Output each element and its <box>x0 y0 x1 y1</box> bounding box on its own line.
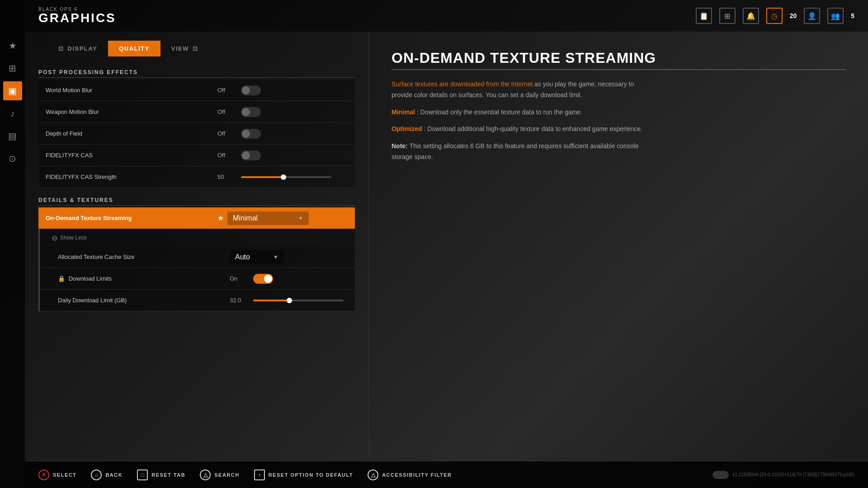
daily-download-limit-text: 32.0 <box>230 297 248 304</box>
sidebar-item-favorites[interactable]: ★ <box>3 36 22 55</box>
reset-tab-button-icon: □ <box>137 469 148 480</box>
detail-body: Surface textures are downloaded from the… <box>392 79 654 163</box>
sidebar-item-graphics[interactable]: ▣ <box>3 81 22 100</box>
world-motion-blur-text: Off <box>217 87 236 94</box>
weapon-motion-blur-knob <box>242 108 250 116</box>
on-demand-texture-dropdown[interactable]: Minimal ▼ <box>227 211 309 225</box>
download-limits-knob <box>264 275 272 283</box>
topbar-profile-icon[interactable]: 👤 <box>804 8 820 24</box>
back-button-icon: ○ <box>91 469 102 480</box>
lock-icon: 🔒 <box>58 275 65 282</box>
topbar-notification-badge: 20 <box>790 12 797 19</box>
detail-paragraph-1: Surface textures are downloaded from the… <box>392 79 654 101</box>
daily-download-limit-value: 32.0 <box>230 297 348 304</box>
select-button-icon: ✕ <box>38 469 49 480</box>
depth-of-field-toggle[interactable] <box>241 129 261 139</box>
allocated-texture-cache-text: Auto <box>235 253 250 261</box>
left-panel: ⊡ DISPLAY QUALITY VIEW ⊡ POST PROCESSING… <box>25 32 368 461</box>
detail-divider <box>392 69 845 70</box>
detail-paragraph-4: Note: This setting allocates 6 GB to thi… <box>392 141 654 163</box>
show-less-icon: ⊖ <box>52 234 57 242</box>
tab-navigation: ⊡ DISPLAY QUALITY VIEW ⊡ <box>38 41 355 56</box>
right-panel: On-Demand Texture Streaming Surface text… <box>368 32 868 461</box>
fidelityfx-cas-strength-thumb <box>281 174 286 180</box>
back-button-label: BACK <box>105 472 123 478</box>
allocated-texture-cache-label: Allocated Texture Cache Size <box>58 253 230 260</box>
detail-optimized-text: : Download additional high-quality textu… <box>424 125 642 132</box>
reset-option-action[interactable]: ▪ RESET OPTION TO DEFAULT <box>254 469 354 480</box>
search-button-icon: △ <box>200 469 211 480</box>
sidebar-item-interface[interactable]: ▤ <box>3 127 22 145</box>
detail-highlight-1: Surface textures are downloaded from the… <box>392 80 533 88</box>
topbar-notes-icon[interactable]: 📋 <box>696 8 712 24</box>
topbar-grid-icon[interactable]: ⊞ <box>719 8 736 24</box>
detail-note-label: Note: <box>392 142 408 150</box>
topbar-timer-icon[interactable]: ◷ <box>766 8 783 24</box>
detail-optimized-label: Optimized <box>392 125 422 132</box>
show-less-label: Show Less <box>60 235 87 241</box>
bottom-right: 11.22838944 [29-0:10235+114] Th [7300][1… <box>712 471 854 479</box>
tab-view[interactable]: VIEW ⊡ <box>160 41 209 56</box>
depth-of-field-row: Depth of Field Off <box>38 123 355 145</box>
detail-paragraph-3: Optimized : Download additional high-qua… <box>392 124 654 135</box>
topbar-bell-icon[interactable]: 🔔 <box>743 8 759 24</box>
show-less-row[interactable]: ⊖ Show Less <box>40 229 355 246</box>
world-motion-blur-knob <box>242 86 250 94</box>
fidelityfx-cas-strength-slider[interactable] <box>241 176 331 178</box>
fidelityfx-cas-toggle[interactable] <box>241 150 261 160</box>
accessibility-button-label: ACCESSIBILITY FILTER <box>382 472 452 478</box>
view-tab-icon: ⊡ <box>193 45 198 52</box>
world-motion-blur-toggle[interactable] <box>241 85 261 95</box>
accessibility-toggle[interactable] <box>712 471 729 479</box>
on-demand-texture-dropdown-text: Minimal <box>233 214 258 222</box>
allocated-texture-cache-dropdown[interactable]: Auto ▼ <box>230 250 284 264</box>
allocated-texture-cache-value: Auto ▼ <box>230 250 348 264</box>
world-motion-blur-value: Off <box>217 85 348 95</box>
download-limits-text: On <box>230 275 248 282</box>
post-processing-list: World Motion Blur Off Weapon Motion Blur… <box>38 80 355 188</box>
tab-display[interactable]: ⊡ DISPLAY <box>47 41 108 56</box>
on-demand-texture-dropdown-arrow: ▼ <box>298 215 303 221</box>
download-limits-value: On <box>230 274 348 284</box>
topbar-players-badge: 5 <box>851 12 854 19</box>
world-motion-blur-row: World Motion Blur Off <box>38 80 355 101</box>
select-button-label: SELECT <box>53 472 76 478</box>
bottom-bar: ✕ SELECT ○ BACK □ RESET TAB △ SEARCH ▪ R… <box>25 461 868 488</box>
back-action[interactable]: ○ BACK <box>91 469 123 480</box>
post-processing-header: POST PROCESSING EFFECTS <box>38 69 355 78</box>
select-action[interactable]: ✕ SELECT <box>38 469 76 480</box>
fidelityfx-cas-strength-value: 50 <box>217 174 348 180</box>
reset-tab-action[interactable]: □ RESET TAB <box>137 469 185 480</box>
sidebar-item-gamepad[interactable]: ⊞ <box>3 59 22 78</box>
weapon-motion-blur-label: Weapon Motion Blur <box>46 108 217 115</box>
fidelityfx-cas-label: FIDELITYFX CAS <box>46 152 217 159</box>
download-limits-toggle[interactable] <box>253 274 273 284</box>
weapon-motion-blur-value: Off <box>217 107 348 117</box>
on-demand-texture-label: On-Demand Texture Streaming <box>46 215 217 221</box>
weapon-motion-blur-text: Off <box>217 108 236 115</box>
sidebar-item-network[interactable]: ⊙ <box>3 149 22 168</box>
depth-of-field-text: Off <box>217 130 236 137</box>
detail-minimal-text: : Download only the essential texture da… <box>417 108 582 116</box>
sidebar-item-audio[interactable]: ♪ <box>3 104 22 123</box>
accessibility-button-icon: △ <box>368 469 378 480</box>
depth-of-field-value: Off <box>217 129 348 139</box>
accessibility-action[interactable]: △ ACCESSIBILITY FILTER <box>368 469 452 480</box>
on-demand-texture-row[interactable]: On-Demand Texture Streaming ★ Minimal ▼ <box>38 207 355 229</box>
allocated-texture-cache-row: Allocated Texture Cache Size Auto ▼ <box>40 246 355 268</box>
weapon-motion-blur-toggle[interactable] <box>241 107 261 117</box>
reset-tab-button-label: RESET TAB <box>151 472 185 478</box>
on-demand-star-icon: ★ <box>217 214 224 222</box>
detail-note-text: This setting allocates 6 GB to this feat… <box>392 142 639 160</box>
search-button-label: SEARCH <box>214 472 239 478</box>
topbar-players-icon[interactable]: 👥 <box>827 8 844 24</box>
display-tab-icon: ⊡ <box>58 45 64 52</box>
sys-info: 11.22838944 [29-0:10235+114] Th [7300][1… <box>732 472 854 477</box>
daily-download-limit-slider[interactable] <box>253 300 344 301</box>
search-action[interactable]: △ SEARCH <box>200 469 239 480</box>
daily-download-limit-thumb <box>287 298 292 303</box>
depth-of-field-knob <box>242 130 250 138</box>
allocated-texture-cache-arrow: ▼ <box>273 254 278 260</box>
tab-quality[interactable]: QUALITY <box>108 41 160 56</box>
fidelityfx-cas-strength-label: FIDELITYFX CAS Strength <box>46 174 217 180</box>
